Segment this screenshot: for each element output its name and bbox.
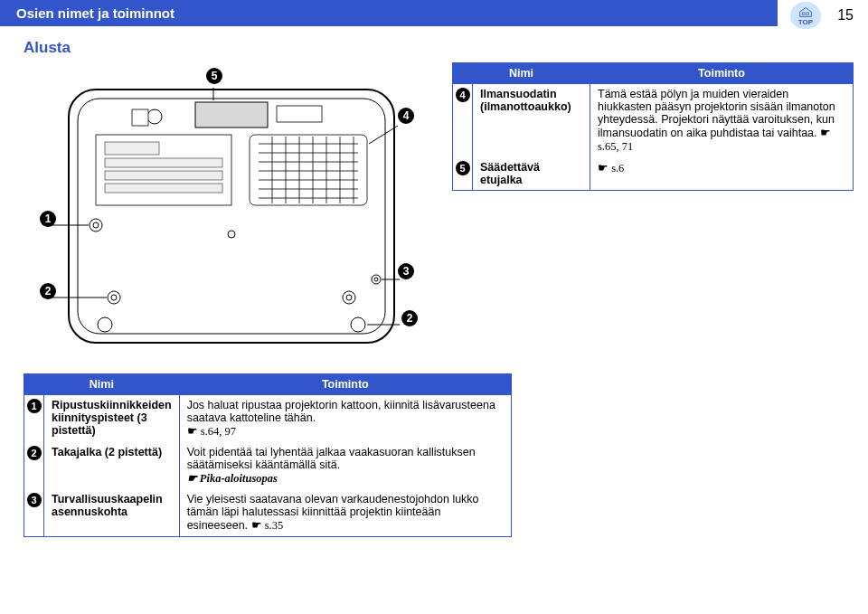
- callout-4: 4: [398, 108, 414, 124]
- svg-point-29: [93, 222, 99, 228]
- row-func: Vie yleisesti saatavana olevan varkauden…: [179, 489, 511, 537]
- svg-point-34: [228, 231, 235, 238]
- th-func: Toiminto: [179, 374, 511, 395]
- page-ref[interactable]: ☛ s.6: [598, 162, 624, 175]
- guide-ref[interactable]: ☛ Pika-aloitusopas: [187, 472, 278, 485]
- svg-rect-3: [78, 99, 385, 334]
- projector-diagram: [14, 71, 439, 361]
- svg-rect-0: [802, 12, 805, 14]
- bottom-table: Nimi Toiminto 1 Ripustuskiinnikkeiden ki…: [24, 373, 512, 537]
- th-name: Nimi: [453, 63, 590, 84]
- svg-point-31: [111, 295, 117, 300]
- svg-rect-25: [105, 158, 222, 167]
- row-num: 4: [456, 88, 470, 102]
- row-num: 5: [456, 161, 470, 175]
- svg-rect-4: [195, 102, 268, 128]
- callout-1: 1: [40, 211, 56, 227]
- svg-rect-26: [105, 171, 222, 180]
- top-table: Nimi Toiminto 4 Ilmansuodatin (ilmanotto…: [452, 62, 854, 191]
- svg-rect-5: [277, 106, 322, 122]
- svg-rect-1: [807, 12, 809, 14]
- content-row: 1 2 2 3 4 5 Nimi Toiminto 4 Ilmansuodati…: [0, 62, 868, 364]
- table-row: 5 Säädettävä etujalka ☛ s.6: [453, 157, 854, 191]
- row-func: Voit pidentää tai lyhentää jalkaa vaakas…: [179, 442, 511, 489]
- table-row: 1 Ripustuskiinnikkeiden kiinnityspisteet…: [24, 395, 512, 443]
- page-ref[interactable]: ☛ s.35: [251, 519, 284, 532]
- th-func: Toiminto: [590, 63, 854, 84]
- callout-3: 3: [398, 263, 414, 279]
- row-num: 2: [27, 446, 42, 460]
- table-row: 2 Takajalka (2 pistettä) Voit pidentää t…: [24, 442, 512, 489]
- row-name: Säädettävä etujalka: [473, 157, 590, 191]
- row-name: Ripustuskiinnikkeiden kiinnityspisteet (…: [44, 395, 180, 443]
- svg-point-38: [351, 317, 365, 332]
- house-icon: [797, 5, 814, 18]
- callout-2b: 2: [401, 310, 418, 326]
- svg-rect-24: [105, 142, 159, 155]
- svg-rect-7: [132, 109, 148, 126]
- row-func: ☛ s.6: [590, 157, 854, 191]
- row-name: Turvallisuuskaapelin asennuskohta: [44, 489, 180, 537]
- svg-point-33: [346, 295, 352, 300]
- page-number: 15: [837, 7, 854, 24]
- table-row: 3 Turvallisuuskaapelin asennuskohta Vie …: [24, 489, 512, 537]
- page-ref[interactable]: ☛ s.64, 97: [187, 425, 236, 438]
- top-label: TOP: [798, 18, 813, 26]
- row-num: 3: [27, 493, 42, 507]
- svg-point-36: [374, 278, 378, 281]
- table-row: 4 Ilmansuodatin (ilmanottoaukko) Tämä es…: [453, 84, 854, 158]
- row-num: 1: [27, 399, 42, 413]
- row-name: Takajalka (2 pistettä): [44, 442, 180, 489]
- diagram-column: 1 2 2 3 4 5: [14, 62, 439, 364]
- header-title: Osien nimet ja toiminnot: [16, 5, 175, 21]
- row-func: Jos haluat ripustaa projektorin kattoon,…: [179, 395, 511, 443]
- svg-point-6: [147, 109, 162, 124]
- svg-rect-8: [250, 135, 367, 205]
- callout-2a: 2: [40, 283, 56, 299]
- header-bar: Osien nimet ja toiminnot: [0, 0, 778, 26]
- callout-5: 5: [206, 68, 222, 84]
- top-nav-icon[interactable]: TOP: [790, 2, 821, 29]
- top-table-column: Nimi Toiminto 4 Ilmansuodatin (ilmanotto…: [452, 62, 854, 191]
- svg-point-37: [98, 317, 112, 332]
- row-name: Ilmansuodatin (ilmanottoaukko): [473, 84, 590, 158]
- svg-rect-27: [105, 184, 222, 193]
- section-title: Alusta: [24, 39, 868, 57]
- row-func: Tämä estää pölyn ja muiden vieraiden hiu…: [590, 84, 854, 158]
- th-name: Nimi: [24, 374, 180, 395]
